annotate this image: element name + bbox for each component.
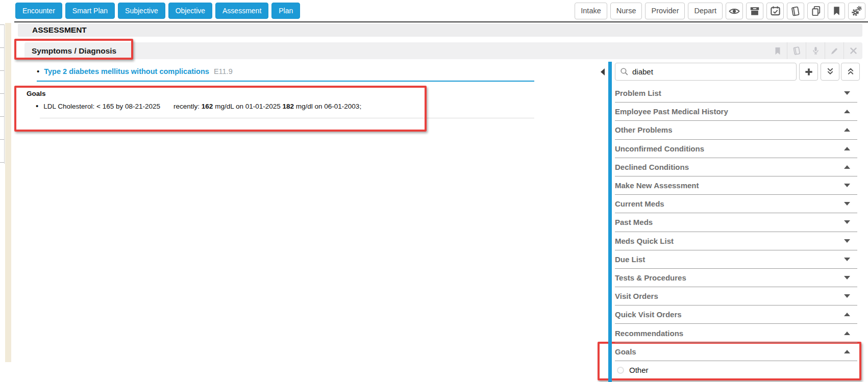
sidebar-item-current-meds[interactable]: Current Meds bbox=[615, 195, 857, 213]
chevron-down-icon bbox=[844, 91, 850, 95]
chart-nav-group: Encounter Smart Plan Subjective Objectiv… bbox=[15, 3, 300, 19]
archive-box-icon[interactable] bbox=[746, 3, 763, 19]
double-chevron-down-icon bbox=[825, 67, 835, 77]
chevron-up-icon bbox=[844, 313, 850, 316]
plus-icon bbox=[804, 67, 814, 77]
stage-button-nurse[interactable]: Nurse bbox=[610, 3, 642, 19]
bookmark-icon[interactable] bbox=[828, 3, 845, 19]
chevron-down-icon bbox=[844, 202, 850, 206]
chevron-down-icon bbox=[844, 220, 850, 224]
eye-icon[interactable] bbox=[726, 3, 743, 19]
assessment-section-bar: ASSESSMENT bbox=[18, 23, 862, 37]
sidebar-section-list: Problem List Employee Past Medical Histo… bbox=[615, 84, 857, 379]
stage-button-intake[interactable]: Intake bbox=[575, 3, 607, 19]
sidebar-item-due-list[interactable]: Due List bbox=[615, 250, 857, 269]
sidebar-search bbox=[615, 63, 797, 81]
nav-button-subjective[interactable]: Subjective bbox=[118, 3, 165, 19]
sidebar-item-employee-past-medical-history[interactable]: Employee Past Medical History bbox=[615, 103, 857, 121]
bullet: • bbox=[37, 67, 39, 75]
chevron-up-icon bbox=[844, 165, 850, 169]
sidebar-item-meds-quick-list[interactable]: Meds Quick List bbox=[615, 232, 857, 250]
top-toolbar: Encounter Smart Plan Subjective Objectiv… bbox=[0, 0, 868, 21]
nav-button-encounter[interactable]: Encounter bbox=[15, 3, 62, 19]
pencil-icon[interactable] bbox=[825, 42, 844, 59]
bookmark-icon[interactable] bbox=[768, 42, 787, 59]
chevron-up-icon bbox=[844, 147, 850, 150]
sidebar-item-unconfirmed-conditions[interactable]: Unconfirmed Conditions bbox=[615, 140, 857, 158]
nav-button-objective[interactable]: Objective bbox=[168, 3, 212, 19]
sidebar-item-visit-orders[interactable]: Visit Orders bbox=[615, 287, 857, 305]
add-button[interactable] bbox=[799, 63, 818, 81]
double-chevron-up-icon bbox=[846, 67, 856, 77]
ehr-assessment-screen: Encounter Smart Plan Subjective Objectiv… bbox=[0, 0, 868, 382]
microphone-icon[interactable] bbox=[806, 42, 825, 59]
collapse-left-icon[interactable] bbox=[600, 68, 606, 76]
sidebar-accent-bar bbox=[608, 62, 612, 382]
chevron-up-icon bbox=[844, 350, 850, 353]
expand-all-button[interactable] bbox=[841, 63, 860, 81]
icd-code: E11.9 bbox=[214, 67, 233, 75]
chevron-up-icon bbox=[844, 128, 850, 132]
sidebar-item-make-new-assessment[interactable]: Make New Assessment bbox=[615, 176, 857, 195]
copy-icon[interactable] bbox=[807, 3, 825, 19]
chevron-down-icon bbox=[844, 184, 850, 187]
symptoms-bar-actions bbox=[768, 42, 862, 59]
goals-heading: Goals bbox=[27, 90, 46, 97]
diagnosis-divider bbox=[37, 81, 534, 82]
calendar-check-icon[interactable] bbox=[766, 3, 784, 19]
stage-button-depart[interactable]: Depart bbox=[688, 3, 723, 19]
visit-stage-group: Intake Nurse Provider Depart bbox=[575, 3, 865, 19]
nav-button-plan[interactable]: Plan bbox=[271, 3, 300, 19]
chevron-down-icon bbox=[844, 258, 850, 261]
symptoms-diagnosis-title: Symptoms / Diagnosis bbox=[32, 46, 116, 56]
page-title: ASSESSMENT bbox=[32, 26, 87, 35]
sidebar-item-other-problems[interactable]: Other Problems bbox=[615, 121, 857, 139]
chevron-up-icon bbox=[844, 110, 850, 113]
sidebar-item-goals[interactable]: Goals bbox=[615, 343, 857, 361]
goals-option-label: Other bbox=[629, 366, 649, 374]
sidebar-item-problem-list[interactable]: Problem List bbox=[615, 84, 857, 103]
close-icon[interactable] bbox=[844, 42, 862, 59]
goal-divider bbox=[40, 118, 534, 118]
diagnosis-link[interactable]: Type 2 diabetes mellitus without complic… bbox=[44, 67, 209, 75]
chevron-down-icon bbox=[844, 294, 850, 298]
nav-button-smart-plan[interactable]: Smart Plan bbox=[65, 3, 115, 19]
goals-option-other[interactable]: Other bbox=[615, 361, 857, 379]
symptoms-diagnosis-bar: Symptoms / Diagnosis bbox=[24, 42, 862, 59]
collapse-all-button[interactable] bbox=[821, 63, 839, 81]
search-icon bbox=[619, 67, 629, 77]
sidebar-item-quick-visit-orders[interactable]: Quick Visit Orders bbox=[615, 305, 857, 324]
sidebar-item-recommendations[interactable]: Recommendations bbox=[615, 324, 857, 342]
left-beige-strip bbox=[5, 23, 11, 362]
chevron-down-icon bbox=[844, 276, 850, 279]
nav-button-assessment[interactable]: Assessment bbox=[215, 3, 268, 19]
radio-button[interactable] bbox=[617, 367, 624, 374]
goal-text: LDL Cholesterol: < 165 by 08-21-2025rece… bbox=[43, 103, 361, 110]
sidebar-item-declined-conditions[interactable]: Declined Conditions bbox=[615, 158, 857, 176]
bullet: • bbox=[36, 102, 38, 110]
book-icon[interactable] bbox=[787, 42, 806, 59]
sidebar-item-past-meds[interactable]: Past Meds bbox=[615, 213, 857, 232]
left-rail-grid bbox=[0, 24, 5, 164]
search-input[interactable] bbox=[632, 67, 792, 76]
goal-list-item: • LDL Cholesterol: < 165 by 08-21-2025re… bbox=[36, 102, 361, 110]
book-icon[interactable] bbox=[787, 3, 804, 19]
gears-icon[interactable] bbox=[848, 3, 865, 19]
chevron-down-icon bbox=[844, 239, 850, 243]
diagnosis-list-item: • Type 2 diabetes mellitus without compl… bbox=[37, 67, 233, 75]
chevron-up-icon bbox=[844, 332, 850, 335]
stage-button-provider[interactable]: Provider bbox=[645, 3, 685, 19]
sidebar-item-tests-procedures[interactable]: Tests & Procedures bbox=[615, 269, 857, 287]
toolbar-divider bbox=[14, 21, 868, 22]
